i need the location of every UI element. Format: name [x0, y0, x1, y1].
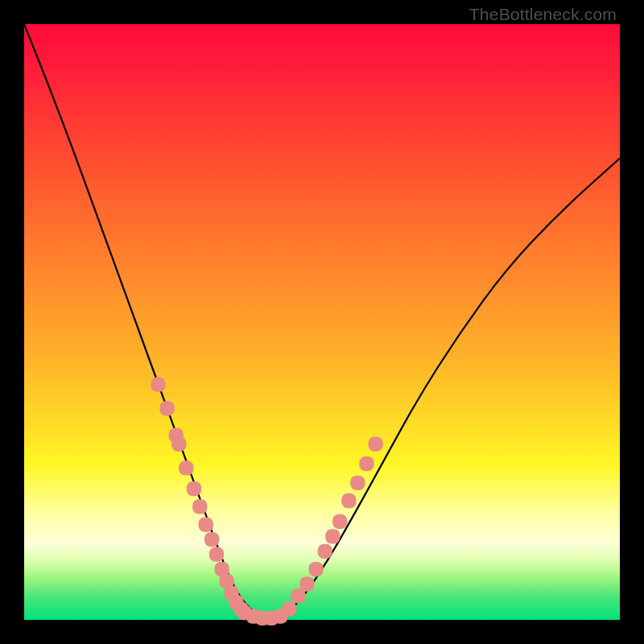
data-marker [204, 532, 219, 547]
data-marker [299, 576, 314, 591]
plot-area [24, 24, 620, 620]
data-marker [187, 481, 201, 496]
data-marker [325, 529, 340, 543]
data-marker [199, 517, 213, 531]
data-marker [179, 460, 193, 475]
data-marker [151, 378, 165, 392]
data-marker [209, 547, 224, 561]
data-marker [368, 437, 382, 452]
bottleneck-curve [24, 24, 620, 617]
data-marker [341, 493, 356, 508]
data-marker [359, 456, 374, 471]
chart-frame: TheBottleneck.com [0, 0, 644, 644]
data-marker [350, 476, 365, 490]
watermark-text: TheBottleneck.com [469, 5, 617, 24]
data-marker [192, 499, 207, 514]
data-marker [308, 562, 323, 576]
data-marker [282, 602, 296, 617]
marker-group [151, 378, 382, 625]
data-marker [171, 437, 186, 452]
data-marker [318, 544, 332, 559]
data-marker [332, 514, 347, 529]
curve-layer [24, 24, 620, 620]
data-marker [159, 401, 174, 415]
